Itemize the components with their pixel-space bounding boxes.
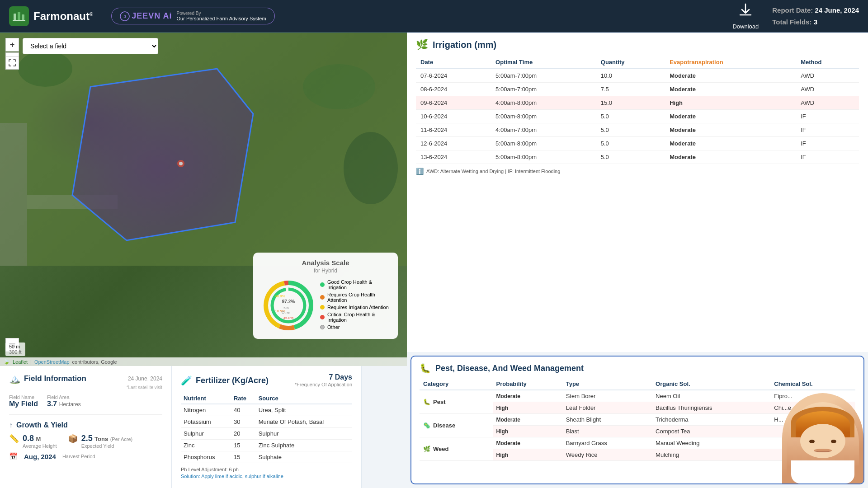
irr-cell-qty: 5.0 [596,150,665,164]
field-name-item: Field Name My Field [9,394,38,408]
donut-chart: 97.2% 10.5% 45.8% 40.8% 5% Other [261,278,316,333]
map-container[interactable]: + − Select a field 50 m 300 ft [0,33,407,366]
svg-text:45.8%: 45.8% [283,316,294,320]
last-satellite-label: *Last satellite visit [9,385,162,390]
header-right: Download Report Date: 24 June, 2024 Tota… [732,2,859,30]
pest-col-probability: Probability [493,378,562,390]
scale-chart-area: 97.2% 10.5% 45.8% 40.8% 5% Other Good Cr… [261,278,390,333]
legend-crop-attention: Requires Crop Health Attention [320,292,390,303]
fert-footer: Ph Level Adjustment: 6 ph [181,467,352,472]
irr-cell-date: 13-6-2024 [416,150,491,164]
field-select-container: Select a field [23,38,158,54]
irr-title: Irrigation (mm) [433,40,496,50]
svg-text:40.8%: 40.8% [275,294,285,298]
app-logo-text: Farmonaut® [33,10,93,23]
disease-cell-category: 🦠 Disease [420,414,493,437]
map-scale-bar: 50 m 300 ft [5,343,25,356]
pest-disease-panel: 🐛 Pest, Disease, And Weed Management Cat… [410,356,864,484]
fert-solution-note: Solution: Apply lime if acidic, sulphur … [181,474,352,479]
irr-cell-time: 5:00am-8:00pm [491,150,596,164]
harvest-period-row: 📅 Aug, 2024 Harvest Period [9,452,162,460]
bottom-panels: 🏔️ Field Information 24 June, 2024 *Last… [0,366,407,488]
pest-table: Category Probability Type Organic Sol. C… [420,378,855,461]
fert-title: Fertilizer (Kg/Acre) [196,376,269,385]
field-info-date: 24 June, 2024 [128,375,162,382]
disease-cell-chemical: H... [770,414,855,426]
irr-row: 07-6-2024 5:00am-7:00pm 10.0 Moderate AW… [416,69,859,83]
app-header: Farmonaut® J JEEVN Ai Powered By Our Per… [0,0,868,33]
pest-cell-chemical: Chi...e [770,402,855,414]
irr-cell-method: IF [796,137,859,150]
irr-cell-method: IF [796,110,859,123]
svg-rect-10 [0,123,27,266]
main-content: + − Select a field 50 m 300 ft [0,33,868,488]
disease-cell-organic: Trichoderma [652,414,770,426]
irr-cell-date: 12-6-2024 [416,137,491,150]
weed-cell-category: 🌿 Weed [420,437,493,461]
growth-section: ↑ Growth & Yield 📏 0.8 M Average Height [9,421,162,460]
irr-row: 10-6-2024 5:00am-8:00pm 5.0 Moderate IF [416,110,859,123]
irr-cell-time: 5:00am-8:00pm [491,137,596,150]
weed-cell-organic: Mulching [652,449,770,461]
irr-col-date: Date [416,56,491,69]
pest-cell-organic: Neem Oil [652,390,770,402]
irr-cell-date: 08-6-2024 [416,83,491,96]
fert-row: Phosphorus 15 Sulphate [181,451,352,463]
irrigation-table: Date Optimal Time Quantity Evapotranspir… [416,56,859,164]
irr-cell-date: 10-6-2024 [416,110,491,123]
disease-cell-prob: High [493,426,562,437]
field-area-item: Field Area 3.7 Hectares [47,394,81,408]
disease-cell-prob: Moderate [493,414,562,426]
avg-height-metric: 📏 0.8 M Average Height [9,434,57,449]
svg-point-9 [344,132,398,204]
pest-col-chemical: Chemical Sol. [770,378,855,390]
svg-rect-1 [18,12,20,20]
weed-cell-prob: Moderate [493,437,562,449]
disease-row: 🦠 Disease Moderate Sheath Blight Trichod… [420,414,855,426]
field-info-title: Field Information [24,374,86,383]
weed-cell-type: Barnyard Grass [562,437,652,449]
svg-text:J: J [124,14,126,19]
pest-cell-type: Leaf Folder [562,402,652,414]
irr-cell-evap: Moderate [665,123,796,137]
pest-cell-category: 🐛 Pest [420,390,493,414]
irr-cell-time: 4:00am-7:00pm [491,123,596,137]
disease-cell-type: Sheath Blight [562,414,652,426]
fert-cell-nutrient: Zinc [181,440,231,451]
weed-cell-chemical [770,437,855,449]
fullscreen-button[interactable] [5,56,19,70]
fert-cell-nutrient: Potassium [181,416,231,428]
legend-dot-crop [320,295,325,300]
fert-cell-source: Zinc Sulphate [256,440,352,451]
irr-cell-evap: Moderate [665,69,796,83]
map-attribution: 🍃 Leaflet | OpenStreetMap contributors, … [0,357,407,366]
pest-col-type: Type [562,378,652,390]
zoom-in-button[interactable]: + [5,38,19,52]
svg-rect-0 [14,14,16,20]
irr-cell-date: 09-6-2024 [416,96,491,110]
svg-text:5%: 5% [283,306,289,310]
irr-cell-qty: 5.0 [596,123,665,137]
legend-irr-attention: Requires Irrigation Attention [320,305,390,310]
scale-title: Analysis Scale [261,259,390,267]
irr-col-time: Optimal Time [491,56,596,69]
pest-cell-type: Stem Borer [562,390,652,402]
report-info: Report Date: 24 June, 2024 Total Fields:… [772,5,859,28]
jeevn-brand-text: JEEVN Ai [132,11,172,21]
fert-row: Potassium 30 Muriate Of Potash, Basal [181,416,352,428]
irr-col-qty: Quantity [596,56,665,69]
irr-cell-time: 5:00am-7:00pm [491,83,596,96]
fert-header: 🧪 Fertilizer (Kg/Acre) 7 Days *Frequency… [181,373,352,388]
irr-header: 🌿 Irrigation (mm) [416,39,859,51]
irr-row: 09-6-2024 4:00am-8:00pm 15.0 High AWD [416,96,859,110]
fert-row: Sulphur 20 Sulphur [181,428,352,440]
legend-dot-irr [320,305,325,310]
disease-cell-type: Blast [562,426,652,437]
field-select-dropdown[interactable]: Select a field [23,38,158,54]
download-area[interactable]: Download [732,2,759,30]
irr-col-method: Method [796,56,859,69]
pest-cell-organic: Bacillus Thuringiensis [652,402,770,414]
fert-cell-rate: 30 [231,416,256,428]
irr-cell-time: 5:00am-7:00pm [491,69,596,83]
fert-cell-source: Sulphate [256,451,352,463]
